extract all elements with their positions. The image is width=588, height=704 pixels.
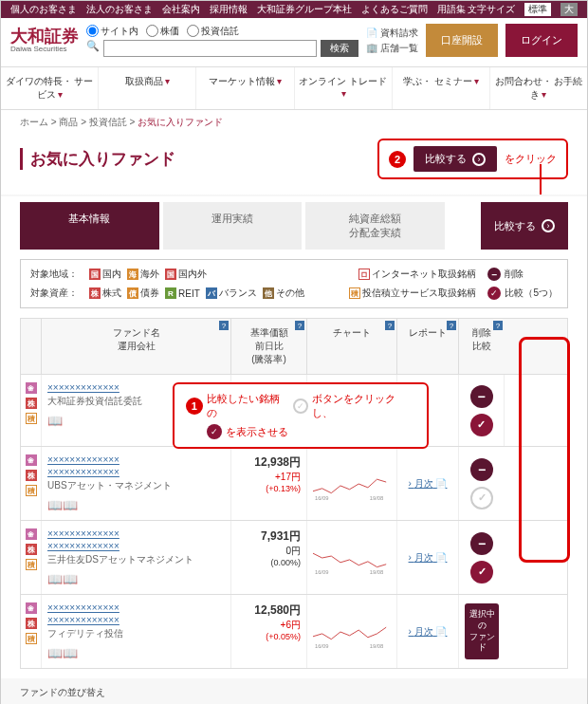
search-radio-stock[interactable]: 株価 [146, 25, 179, 38]
fund-name-link[interactable]: ××××××××××××× [47, 541, 225, 551]
login-button[interactable]: ログイン [505, 24, 578, 57]
fund-tag-icon: ❀ [26, 382, 37, 394]
tag-other-icon: 他 [263, 287, 274, 299]
empty-check-icon: ✓ [293, 398, 308, 414]
fund-tag-icon: 株 [26, 470, 37, 481]
table-row: ❀ 株 積 ××××××××××××× 大和証券投資信託委託 📖 − ✓ 1 比… [20, 375, 568, 447]
price-pct: (+0.13%) [237, 484, 301, 493]
help-icon[interactable]: ? [385, 321, 395, 330]
tag-overseas-icon: 海 [127, 269, 138, 280]
fund-company: 三井住友DSアセットマネジメント [47, 553, 225, 566]
table-row: ❀ 株 積 ××××××××××××× ××××××××××××× UBSアセッ… [20, 447, 568, 521]
table-row: ❀ 株 積 ××××××××××××× ××××××××××××× フィデリティ… [20, 595, 568, 669]
tag-reit-icon: R [165, 287, 176, 299]
step-badge-2: 2 [389, 151, 406, 168]
fund-tag-icon: ❀ [26, 602, 37, 614]
fund-tag-icon: 積 [26, 485, 37, 496]
report-link[interactable]: › 月次 📄 [409, 551, 448, 565]
fund-name-link[interactable]: ××××××××××××× [47, 467, 225, 477]
compare-check-icon: ✓ [487, 287, 501, 300]
topbar-link[interactable]: 採用情報 [210, 3, 248, 16]
help-icon[interactable]: ? [493, 321, 503, 330]
delete-button[interactable]: − [470, 532, 493, 555]
store-list-link[interactable]: 🏢 店舗一覧 [366, 42, 418, 55]
fund-tag-icon: ❀ [26, 454, 37, 466]
separator [1, 189, 587, 202]
fund-tag-icon: 株 [26, 544, 37, 555]
fund-tag-icon: 株 [26, 618, 37, 629]
topbar-link[interactable]: 用語集 [437, 3, 466, 16]
fund-tag-icon: ❀ [26, 528, 37, 540]
tab-basic[interactable]: 基本情報 [20, 202, 159, 250]
help-icon[interactable]: ? [447, 321, 456, 330]
topbar-link[interactable]: 個人のお客さま [10, 3, 77, 16]
fund-name-link[interactable]: ××××××××××××× [47, 602, 225, 613]
tag-stock-icon: 株 [89, 287, 101, 299]
compare-toggle-button[interactable]: ✓ [470, 487, 493, 509]
nav-features[interactable]: ダイワの特長・ サービス▾ [1, 67, 99, 109]
nav-contact[interactable]: お問合わせ・ お手続き▾ [490, 67, 587, 109]
nav-market[interactable]: マーケット情報▾ [196, 67, 294, 109]
legend-asset-label: 対象資産： [30, 287, 78, 300]
tag-both-icon: 国 [165, 269, 176, 280]
sort-title: ファンドの並び替え [20, 686, 568, 699]
compare-button-sample: 比較する › [413, 146, 497, 172]
open-account-button[interactable]: 口座開設 [426, 24, 498, 57]
fund-name-link[interactable]: ××××××××××××× [47, 454, 225, 465]
logo[interactable]: 大和証券 Daiwa Securities [10, 28, 79, 53]
nav-products[interactable]: 取扱商品▾ [99, 67, 196, 109]
tab-assets[interactable]: 純資産総額 分配金実績 [305, 202, 445, 250]
delete-button[interactable]: − [470, 458, 493, 481]
callout-text: をクリック [505, 152, 557, 166]
report-link[interactable]: › 月次 📄 [409, 477, 448, 491]
help-icon[interactable]: ? [295, 321, 304, 330]
tab-performance[interactable]: 運用実績 [163, 202, 303, 250]
fund-name-link[interactable]: ××××××××××××× [47, 528, 225, 539]
topbar-link[interactable]: 法人のお客さま [86, 3, 153, 16]
report-link[interactable]: › 月次 📄 [409, 625, 448, 639]
search-icon: 🔍 [86, 40, 100, 57]
book-icon[interactable]: 📖📖 [47, 572, 225, 586]
nav-online[interactable]: オンライン トレード▾ [295, 67, 393, 109]
fund-tag-icon: 積 [26, 413, 37, 424]
search-button[interactable]: 検索 [321, 40, 358, 57]
fontsize-large[interactable]: 大 [560, 3, 578, 16]
price-diff: 0円 [237, 545, 301, 558]
tag-domestic-icon: 国 [89, 269, 101, 280]
help-icon[interactable]: ? [219, 321, 229, 330]
fontsize-std[interactable]: 標準 [524, 3, 551, 16]
breadcrumb-link[interactable]: 投資信託 [89, 117, 127, 127]
topbar: 個人のお客さま 法人のお客さま 会社案内 採用情報 大和証券グループ本社 よくあ… [1, 1, 587, 18]
price: 12,938円 [237, 454, 301, 471]
topbar-link[interactable]: 大和証券グループ本社 [257, 3, 352, 16]
chevron-down-icon: ▾ [542, 89, 546, 100]
fund-name-link[interactable]: ××××××××××××× [47, 615, 225, 625]
doc-request-link[interactable]: 📄 資料請求 [366, 27, 418, 40]
price: 7,931円 [237, 528, 301, 545]
fund-tag-icon: 積 [26, 633, 37, 644]
topbar-link[interactable]: よくあるご質問 [361, 3, 428, 16]
sort-bar: ファンドの並び替え 効率性の 良さ 規模の 大きさ 収益性の 良さ 人気の 高さ… [1, 678, 587, 704]
breadcrumb-link[interactable]: ホーム [20, 117, 48, 127]
compare-button[interactable]: 比較する › [481, 202, 568, 250]
nav-learn[interactable]: 学ぶ・ セミナー▾ [393, 67, 490, 109]
breadcrumb-link[interactable]: 商品 [59, 117, 78, 127]
delete-button[interactable]: − [470, 385, 493, 408]
mini-chart: 16/0919/08 [307, 447, 397, 520]
svg-text:19/08: 19/08 [370, 569, 383, 575]
book-icon[interactable]: 📖📖 [47, 646, 225, 660]
book-icon[interactable]: 📖📖 [47, 498, 225, 512]
tag-bond-icon: 債 [127, 287, 138, 299]
chevron-down-icon: ▾ [474, 76, 479, 86]
search-input[interactable] [103, 40, 317, 57]
compare-toggle-button[interactable]: ✓ [470, 414, 493, 436]
selected-funds-button[interactable]: 選択中の ファンド [465, 603, 499, 659]
table-row: ❀ 株 積 ××××××××××××× ××××××××××××× 三井住友DS… [20, 521, 568, 595]
search-radio-site[interactable]: サイト内 [86, 25, 138, 38]
price-pct: (0.00%) [237, 558, 301, 567]
chevron-down-icon: ▾ [58, 89, 63, 100]
topbar-link[interactable]: 会社案内 [162, 3, 200, 16]
chevron-right-icon: › [472, 153, 486, 166]
search-radio-fund[interactable]: 投資信託 [187, 25, 239, 38]
compare-toggle-button[interactable]: ✓ [470, 561, 493, 584]
